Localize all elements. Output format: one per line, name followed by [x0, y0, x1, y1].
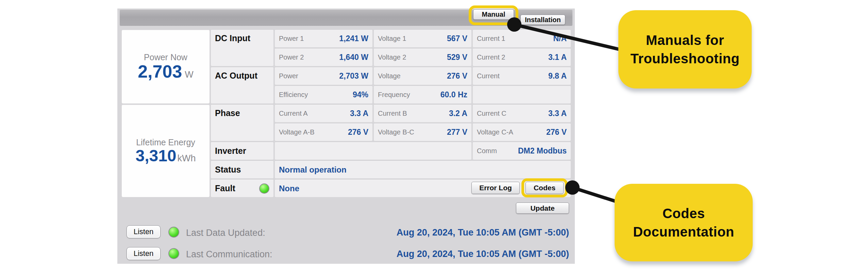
metric-label: Power 1 [279, 35, 304, 43]
metric-value: 529 V [447, 53, 467, 62]
power-now-unit: W [185, 70, 193, 79]
power-now-card: Power Now 2,703 W [122, 30, 210, 103]
section-status: Status [211, 161, 273, 178]
error-log-button[interactable]: Error Log [471, 182, 520, 194]
codes-highlight-ring [521, 178, 568, 197]
last-comm-value: Aug 20, 2024, Tue 10:05 AM (GMT -5:00) [358, 249, 569, 259]
metric-label: Current B [378, 110, 407, 117]
metric-label: Voltage 1 [378, 35, 406, 43]
comm-value: DM2 Modbus [518, 146, 567, 156]
metric-value: 60.0 Hz [440, 90, 467, 99]
metric-value: 3.3 A [350, 109, 368, 118]
fault-value: None [279, 184, 299, 193]
metric-label: Current C [477, 110, 506, 117]
empty-cell [473, 86, 571, 103]
metric-label: Voltage C-A [477, 128, 513, 136]
metric-cell: Current 2 3.1 A [473, 49, 571, 66]
inverter-empty-cell [275, 142, 471, 160]
last-data-led-icon [168, 227, 179, 238]
manual-callout-line1: Manuals for [646, 31, 724, 49]
section-dc-input: DC Input [211, 30, 273, 66]
codes-connector-line [572, 188, 618, 202]
comm-cell: Comm DM2 Modbus [473, 142, 571, 160]
metric-cell: Power 2 1,640 W [275, 49, 372, 66]
manual-callout-line2: Troubleshooting [631, 49, 740, 68]
metric-value: 277 V [447, 128, 467, 137]
metric-value: 94% [353, 90, 368, 99]
power-now-label: Power Now [144, 52, 187, 62]
inverter-panel: Power Now 2,703 W Lifetime Energy 3,310 … [117, 9, 575, 264]
manual-callout: Manuals for Troubleshooting [618, 10, 752, 88]
metric-value: 1,241 W [339, 34, 368, 43]
installation-button[interactable]: Installation [520, 15, 565, 25]
metric-cell: Voltage 2 529 V [374, 49, 471, 66]
section-inverter: Inverter [211, 142, 273, 160]
metric-value: 2,703 W [339, 71, 368, 81]
status-value: Normal operation [279, 165, 347, 175]
metric-label: Voltage [378, 72, 401, 80]
lifetime-energy-unit: kWh [178, 153, 196, 163]
codes-callout-line1: Codes [663, 204, 705, 223]
last-data-label: Last Data Updated: [186, 228, 265, 238]
metric-label: Voltage 2 [378, 53, 406, 61]
readings-table: Power Now 2,703 W Lifetime Energy 3,310 … [122, 30, 571, 197]
metric-cell: Voltage B-C 277 V [374, 124, 471, 141]
metric-value: 3.1 A [548, 53, 567, 62]
metric-value: 276 V [447, 71, 467, 81]
fault-value-cell: None Error Log Codes [275, 180, 571, 197]
status-value-cell: Normal operation [275, 161, 571, 178]
update-button[interactable]: Update [516, 203, 569, 214]
lifetime-energy-number: 3,310 [135, 147, 176, 164]
metric-cell: Current C 3.3 A [473, 105, 571, 122]
lifetime-energy-value: 3,310 kWh [135, 147, 196, 164]
metric-label: Voltage A-B [279, 128, 315, 136]
metric-cell: Voltage 1 567 V [374, 30, 471, 47]
section-ac-output: AC Output [211, 67, 273, 103]
power-now-value: 2,703 W [138, 62, 194, 81]
metric-label: Power 2 [279, 53, 304, 61]
metric-label: Power [279, 72, 298, 80]
metric-value: 3.3 A [548, 109, 567, 118]
metric-cell: Efficiency 94% [275, 86, 372, 103]
metric-cell: Power 1 1,241 W [275, 30, 372, 47]
metric-label: Voltage B-C [378, 128, 414, 136]
metric-cell: Current 9.8 A [473, 67, 571, 85]
section-phase: Phase [211, 105, 273, 141]
metric-value: 276 V [546, 128, 567, 137]
listen-button-comm[interactable]: Listen [127, 247, 161, 260]
metric-value: 3.2 A [449, 109, 467, 118]
metric-cell: Frequency 60.0 Hz [374, 86, 471, 103]
power-now-number: 2,703 [138, 62, 182, 81]
metric-value: 276 V [348, 128, 368, 137]
metric-label: Current [477, 72, 500, 80]
metric-value: N/A [553, 34, 567, 43]
lifetime-energy-label: Lifetime Energy [136, 138, 195, 147]
metric-cell: Current B 3.2 A [374, 105, 471, 122]
listen-button-data[interactable]: Listen [127, 225, 161, 238]
metric-value: 1,640 W [339, 53, 368, 62]
metric-cell: Current A 3.3 A [275, 105, 372, 122]
metric-label: Current 1 [477, 35, 505, 43]
fault-status-led-icon [259, 183, 269, 194]
lifetime-energy-card: Lifetime Energy 3,310 kWh [122, 105, 210, 197]
metric-cell: Voltage 276 V [374, 67, 471, 85]
metric-label: Current 2 [477, 53, 505, 61]
fault-label: Fault [215, 183, 235, 193]
metric-cell: Voltage A-B 276 V [275, 124, 372, 141]
last-comm-led-icon [168, 248, 179, 259]
comm-label: Comm [477, 147, 497, 155]
codes-callout-line2: Documentation [633, 223, 734, 241]
codes-callout: Codes Documentation [615, 184, 753, 261]
metric-cell: Current 1 N/A [473, 30, 571, 47]
metric-cell: Voltage C-A 276 V [473, 124, 571, 141]
metric-value: 567 V [447, 34, 467, 43]
metric-label: Current A [279, 110, 307, 117]
section-fault: Fault [211, 180, 273, 197]
inverter-monitor-page: Power Now 2,703 W Lifetime Energy 3,310 … [0, 0, 868, 275]
metric-label: Frequency [378, 91, 410, 99]
metric-label: Efficiency [279, 91, 308, 99]
manual-highlight-ring [469, 5, 518, 25]
metric-value: 9.8 A [548, 71, 567, 81]
metric-cell: Power 2,703 W [275, 67, 372, 85]
last-comm-label: Last Communication: [186, 249, 272, 260]
